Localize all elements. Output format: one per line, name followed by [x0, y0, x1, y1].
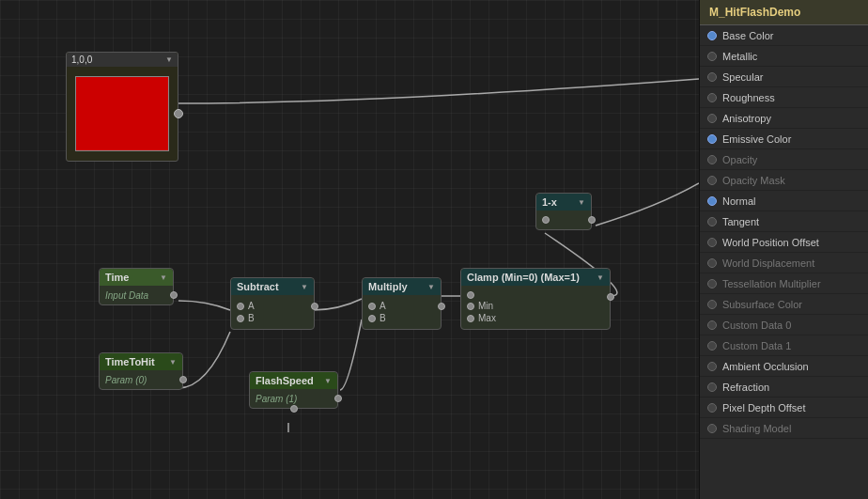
panel-label-refraction: Refraction [722, 382, 769, 393]
expand-arrow-icon: ▼ [165, 55, 173, 64]
panel-item-custom-data-1[interactable]: Custom Data 1 [700, 335, 868, 356]
panel-item-ambient-occlusion[interactable]: Ambient Occlusion [700, 356, 868, 377]
panel-pin-emissive-color [707, 134, 717, 144]
panel-item-world-displacement[interactable]: World Displacement [700, 253, 868, 273]
subtract-body: A B [231, 295, 314, 329]
panel-item-tangent[interactable]: Tangent [700, 211, 868, 232]
panel-item-opacity-mask[interactable]: Opacity Mask [700, 170, 868, 191]
multiply-input-a-pin[interactable] [368, 303, 376, 310]
multiply-node[interactable]: Multiply ▼ A B [362, 277, 442, 330]
subtract-input-b-pin[interactable] [237, 315, 244, 322]
subtract-port-b: B [237, 313, 308, 323]
panel-pin-subsurface-color [707, 300, 717, 309]
panel-label-custom-data-0: Custom Data 0 [722, 320, 791, 331]
flashspeed-node[interactable]: FlashSpeed ▼ Param (1) [249, 371, 338, 409]
panel-item-metallic[interactable]: Metallic [700, 46, 868, 67]
multiply-expand-icon: ▼ [427, 283, 435, 291]
time-node[interactable]: Time ▼ Input Data [99, 268, 174, 305]
oneminus-output-pin[interactable] [588, 216, 596, 224]
panel-pin-world-displacement [707, 258, 717, 268]
panel-item-world-position-offset[interactable]: World Position Offset [700, 232, 868, 253]
panel-pin-custom-data-0 [707, 320, 717, 330]
panel-label-subsurface-color: Subsurface Color [722, 299, 802, 310]
subtract-output-pin[interactable] [311, 303, 318, 310]
material-preview-node[interactable]: 1,0,0 ▼ [66, 52, 178, 162]
clamp-body: Min Max [461, 286, 610, 329]
oneminus-node[interactable]: 1-x ▼ [535, 193, 592, 230]
panel-item-pixel-depth-offset[interactable]: Pixel Depth Offset [700, 398, 868, 418]
timetohit-output-pin[interactable] [179, 376, 187, 383]
timetohit-header: TimeToHit ▼ [100, 353, 182, 370]
oneminus-body [536, 211, 591, 229]
panel-item-roughness[interactable]: Roughness [700, 87, 868, 108]
panel-item-specular[interactable]: Specular [700, 67, 868, 87]
flashspeed-output-pin[interactable] [334, 395, 342, 402]
flashspeed-bottom-pin[interactable] [290, 405, 298, 413]
panel-label-tangent: Tangent [722, 216, 759, 227]
panel-pin-specular [707, 72, 717, 82]
subtract-header: Subtract ▼ [231, 278, 314, 295]
panel-pin-roughness [707, 93, 717, 102]
time-subtitle: Input Data [105, 290, 148, 301]
oneminus-header: 1-x ▼ [536, 194, 591, 211]
clamp-expand-icon: ▼ [597, 273, 604, 282]
panel-item-opacity[interactable]: Opacity [700, 149, 868, 170]
panel-pin-tessellation-multiplier [707, 279, 717, 288]
material-preview-color [75, 76, 169, 151]
panel-pin-custom-data-1 [707, 341, 717, 351]
clamp-port-max: Max [467, 313, 604, 323]
panel-title: M_HitFlashDemo [700, 0, 868, 25]
panel-item-anisotropy[interactable]: Anisotropy [700, 108, 868, 129]
panel-item-shading-model[interactable]: Shading Model [700, 418, 868, 439]
time-node-title: Time [105, 272, 129, 283]
multiply-input-b-pin[interactable] [368, 315, 376, 322]
subtract-expand-icon: ▼ [301, 283, 308, 291]
clamp-input-max-pin[interactable] [467, 315, 474, 322]
panel-label-anisotropy: Anisotropy [722, 113, 771, 124]
subtract-input-a-pin[interactable] [237, 303, 244, 310]
time-expand-icon: ▼ [160, 273, 167, 282]
material-output-pin[interactable] [174, 109, 183, 118]
timetohit-node[interactable]: TimeToHit ▼ Param (0) [99, 352, 183, 390]
time-node-header: Time ▼ [100, 269, 173, 286]
panel-label-world-displacement: World Displacement [722, 257, 814, 269]
time-node-body: Input Data [100, 286, 173, 304]
multiply-port-a: A [368, 301, 435, 311]
flashspeed-title: FlashSpeed [256, 375, 314, 386]
time-output-pin[interactable] [170, 291, 178, 299]
panel-pin-pixel-depth-offset [707, 403, 717, 413]
clamp-output-pin[interactable] [607, 293, 614, 301]
panel-label-base-color: Base Color [722, 30, 773, 41]
subtract-port-a: A [237, 301, 308, 311]
oneminus-expand-icon: ▼ [578, 198, 585, 207]
material-preview-title-bar: 1,0,0 ▼ [67, 53, 178, 67]
clamp-title: Clamp (Min=0) (Max=1) [467, 272, 580, 283]
panel-label-emissive-color: Emissive Color [722, 133, 791, 145]
panel-pin-refraction [707, 382, 717, 392]
material-preview-title: 1,0,0 [71, 55, 92, 65]
subtract-node[interactable]: Subtract ▼ A B [230, 277, 315, 330]
panel-pin-ambient-occlusion [707, 362, 717, 371]
panel-item-tessellation-multiplier[interactable]: Tessellation Multiplier [700, 273, 868, 294]
flashspeed-header: FlashSpeed ▼ [250, 372, 337, 389]
oneminus-input-pin[interactable] [542, 216, 550, 224]
panel-label-roughness: Roughness [722, 92, 775, 103]
clamp-input-main-pin[interactable] [467, 291, 474, 299]
timetohit-title: TimeToHit [105, 356, 155, 367]
panel-item-normal[interactable]: Normal [700, 191, 868, 211]
panel-label-custom-data-1: Custom Data 1 [722, 340, 791, 351]
panel-item-custom-data-0[interactable]: Custom Data 0 [700, 315, 868, 335]
clamp-node[interactable]: Clamp (Min=0) (Max=1) ▼ Min Max [460, 268, 611, 330]
panel-label-world-position-offset: World Position Offset [722, 237, 819, 248]
clamp-input-min-pin[interactable] [467, 303, 474, 310]
node-canvas[interactable]: 1,0,0 ▼ Time ▼ Input Data TimeToHit ▼ Pa… [0, 0, 699, 499]
panel-item-subsurface-color[interactable]: Subsurface Color [700, 294, 868, 315]
flashspeed-subtitle: Param (1) [256, 394, 297, 404]
subtract-title: Subtract [237, 281, 279, 292]
panel-item-base-color[interactable]: Base Color [700, 25, 868, 46]
flashspeed-body: Param (1) [250, 389, 337, 408]
multiply-port-b: B [368, 313, 435, 323]
multiply-output-pin[interactable] [438, 303, 445, 310]
panel-item-refraction[interactable]: Refraction [700, 377, 868, 398]
panel-item-emissive-color[interactable]: Emissive Color [700, 129, 868, 149]
